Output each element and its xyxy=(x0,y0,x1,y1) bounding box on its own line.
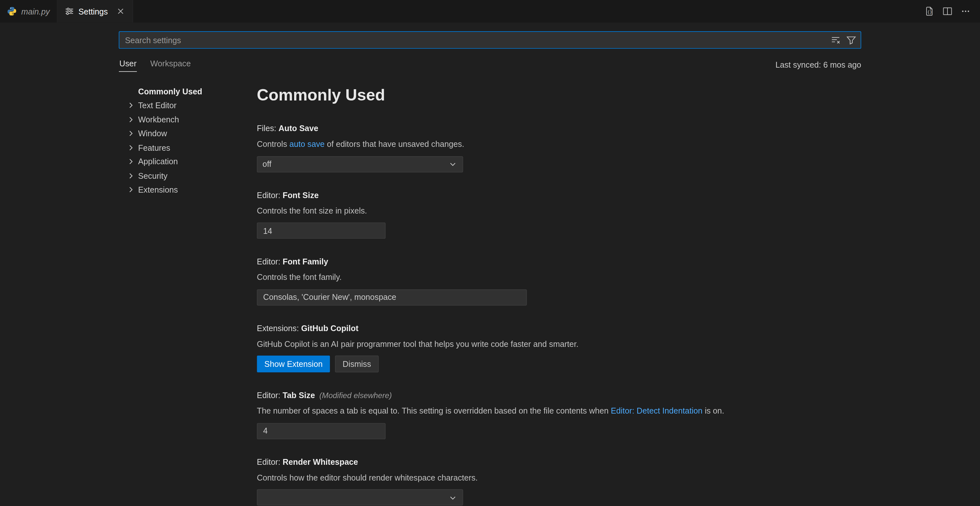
chevron-right-icon xyxy=(126,185,138,194)
setting-description-text: Controls the font family. xyxy=(257,272,342,282)
setting-description-text: GitHub Copilot is an AI pair programmer … xyxy=(257,339,578,348)
editor-font-size-input[interactable] xyxy=(257,223,386,239)
chevron-right-icon xyxy=(126,129,138,138)
tab-main-py[interactable]: main.py xyxy=(0,0,57,22)
setting-description: Controls the font family. xyxy=(257,272,861,283)
select-value: off xyxy=(262,159,272,169)
toc-item-features[interactable]: Features xyxy=(126,141,257,155)
setting-name: Tab Size xyxy=(283,391,315,400)
settings-toc: Commonly Used Text Editor Workbench Wind… xyxy=(119,82,257,506)
settings-sliders-icon xyxy=(64,6,74,16)
more-actions-icon[interactable] xyxy=(961,6,970,16)
toc-item-extensions[interactable]: Extensions xyxy=(126,183,257,197)
tab-label: main.py xyxy=(21,6,49,16)
editor-render-whitespace-select[interactable] xyxy=(257,490,463,506)
settings-search-box xyxy=(119,31,861,49)
setting-name: GitHub Copilot xyxy=(301,323,359,333)
toc-item-security[interactable]: Security xyxy=(126,169,257,183)
toc-item-commonly-used[interactable]: Commonly Used xyxy=(126,84,257,99)
search-action-icons xyxy=(830,35,856,45)
scope-tab-workspace[interactable]: Workspace xyxy=(150,57,192,72)
filter-icon[interactable] xyxy=(846,35,856,45)
chevron-right-icon xyxy=(126,157,138,166)
toc-label: Commonly Used xyxy=(138,87,202,96)
settings-editor: UserWorkspace Last synced: 6 mos ago Com… xyxy=(0,22,980,506)
setting-name: Font Size xyxy=(283,190,318,200)
setting-description: Controls the font size in pixels. xyxy=(257,205,861,216)
vscode-window: main.py Settings {} UserWorkspace Last s… xyxy=(0,0,980,506)
setting-editor-font-family: Editor: Font Family Controls the font fa… xyxy=(257,257,861,306)
setting-title: Files: Auto Save xyxy=(257,124,861,133)
setting-control: Show ExtensionDismiss xyxy=(257,356,861,372)
setting-control xyxy=(257,223,861,239)
page-heading: Commonly Used xyxy=(257,84,861,106)
setting-control: off xyxy=(257,156,861,172)
setting-title: Editor: Tab Size(Modified elsewhere) xyxy=(257,391,861,400)
toc-item-window[interactable]: Window xyxy=(126,127,257,141)
settings-header: UserWorkspace Last synced: 6 mos ago xyxy=(119,57,861,72)
setting-control xyxy=(257,423,861,439)
settings-editor-inner: UserWorkspace Last synced: 6 mos ago Com… xyxy=(119,31,861,506)
setting-title: Editor: Font Family xyxy=(257,257,861,266)
setting-name: Auto Save xyxy=(278,124,318,133)
setting-category: Editor: xyxy=(257,391,283,400)
setting-editor-render-whitespace: Editor: Render Whitespace Controls how t… xyxy=(257,457,861,506)
toc-label: Workbench xyxy=(138,115,179,124)
setting-description-text: The number of spaces a tab is equal to. … xyxy=(257,406,611,415)
toc-label: Features xyxy=(138,143,170,152)
toc-label: Window xyxy=(138,129,167,138)
tab-strip: main.py Settings xyxy=(0,0,133,22)
setting-extensions-github-copilot: Extensions: GitHub Copilot GitHub Copilo… xyxy=(257,323,861,372)
settings-main: Commonly Used Text Editor Workbench Wind… xyxy=(119,82,861,506)
files-auto-save-select[interactable]: off xyxy=(257,156,463,172)
toc-item-application[interactable]: Application xyxy=(126,154,257,169)
setting-category: Editor: xyxy=(257,257,283,266)
setting-category: Editor: xyxy=(257,190,283,200)
split-editor-icon[interactable] xyxy=(943,6,953,16)
settings-list: Commonly Used Files: Auto Save Controls … xyxy=(257,82,861,506)
setting-link[interactable]: Editor: Detect Indentation xyxy=(611,406,703,415)
editor-tab-size-input[interactable] xyxy=(257,423,386,439)
editor-font-family-input[interactable] xyxy=(257,289,527,306)
toc-label: Application xyxy=(138,157,178,166)
chevron-right-icon xyxy=(126,143,138,152)
setting-files-auto-save: Files: Auto Save Controls auto save of e… xyxy=(257,124,861,172)
setting-description: Controls how the editor should render wh… xyxy=(257,472,861,483)
scope-tab-user[interactable]: User xyxy=(119,57,137,72)
settings-rows: Files: Auto Save Controls auto save of e… xyxy=(257,124,861,506)
setting-category: Extensions: xyxy=(257,323,301,333)
setting-category: Files: xyxy=(257,124,278,133)
tab-settings[interactable]: Settings xyxy=(57,0,133,22)
setting-name: Render Whitespace xyxy=(283,457,358,467)
chevron-right-icon xyxy=(126,101,138,110)
modified-elsewhere-note: (Modified elsewhere) xyxy=(319,391,392,400)
editor-title-actions: {} xyxy=(915,0,980,22)
setting-control xyxy=(257,289,861,306)
search-input[interactable] xyxy=(124,32,830,48)
setting-title: Editor: Font Size xyxy=(257,190,861,200)
chevron-right-icon xyxy=(126,171,138,180)
setting-editor-font-size: Editor: Font Size Controls the font size… xyxy=(257,190,861,239)
editor-tab-bar: main.py Settings {} xyxy=(0,0,980,22)
setting-description: Controls auto save of editors that have … xyxy=(257,139,861,150)
close-icon[interactable] xyxy=(115,6,125,16)
toc-label: Security xyxy=(138,171,167,180)
tab-label: Settings xyxy=(79,6,108,16)
last-synced-label: Last synced: 6 mos ago xyxy=(775,60,861,69)
toc-item-text-editor[interactable]: Text Editor xyxy=(126,99,257,113)
setting-link[interactable]: auto save xyxy=(289,140,325,149)
editor-screen: main.py Settings {} UserWorkspace Last s… xyxy=(0,0,980,506)
show-extension-button[interactable]: Show Extension xyxy=(257,356,330,372)
toc-item-workbench[interactable]: Workbench xyxy=(126,112,257,127)
toc-label: Extensions xyxy=(138,185,178,194)
setting-description-text: is on. xyxy=(703,406,724,415)
chevron-down-icon xyxy=(448,493,457,502)
setting-title: Editor: Render Whitespace xyxy=(257,457,861,467)
chevron-right-icon xyxy=(126,115,138,124)
setting-category: Editor: xyxy=(257,457,283,467)
open-settings-json-icon[interactable]: {} xyxy=(924,6,934,16)
clear-search-icon[interactable] xyxy=(830,35,840,45)
dismiss-button[interactable]: Dismiss xyxy=(335,356,379,372)
setting-description: GitHub Copilot is an AI pair programmer … xyxy=(257,339,861,350)
chevron-down-icon xyxy=(448,159,457,169)
